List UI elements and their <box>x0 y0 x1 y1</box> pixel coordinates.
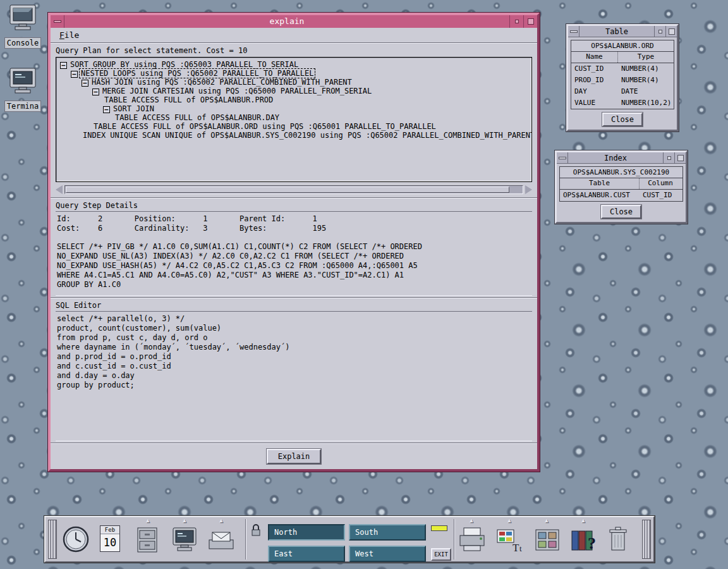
sql-editor-label: SQL Editor <box>56 300 532 311</box>
tree-node[interactable]: −SORT JOIN <box>58 104 530 113</box>
table-row[interactable]: PROD_IDNUMBER(4) <box>571 75 674 86</box>
svg-text:t: t <box>519 544 522 553</box>
svg-text:?: ? <box>588 534 596 553</box>
help-icon[interactable]: ? <box>569 526 598 554</box>
window-menu-button[interactable] <box>51 15 64 28</box>
index-columns-table: TableColumn OPS$ALANBUR.CUSTCUST_ID <box>559 178 683 202</box>
printer-icon[interactable] <box>458 526 487 554</box>
subpanel-arrow-help[interactable]: ▲ <box>578 517 589 524</box>
file-manager-icon[interactable] <box>134 526 161 554</box>
tree-node[interactable]: −MERGE JOIN CARTESIAN using PQS :Q65000 … <box>58 87 530 95</box>
lock-icon[interactable] <box>250 523 262 537</box>
table-cell: OPS$ALANBUR.CUST <box>560 190 640 201</box>
workspace-button-west[interactable]: West <box>349 546 426 562</box>
tree-node-label[interactable]: SORT JOIN <box>112 104 155 113</box>
calendar-icon[interactable]: Feb 10 <box>100 525 120 552</box>
tree-node-label[interactable]: TABLE ACCESS FULL of OPS$ALANBUR.PROD <box>103 95 274 104</box>
minimize-button[interactable] <box>663 152 674 163</box>
window-menu-dash-icon <box>570 30 578 33</box>
terminal-icon[interactable] <box>171 526 198 554</box>
explain-titlebar[interactable]: explain <box>51 15 537 28</box>
calendar-day: 10 <box>104 534 116 551</box>
workspace-button-north[interactable]: North <box>268 524 345 541</box>
maximize-button[interactable] <box>674 152 686 163</box>
tree-node-label[interactable]: TABLE ACCESS FULL of OPS$ALANBUR.ORD usi… <box>92 122 437 131</box>
expand-collapse-icon[interactable]: − <box>92 89 99 95</box>
tree-node-label[interactable]: MERGE JOIN CARTESIAN using PQS :Q65000 P… <box>101 87 373 95</box>
menubar: File <box>51 28 537 43</box>
file-menu[interactable]: File <box>53 29 85 41</box>
window-menu-dash-icon <box>559 157 566 159</box>
clock-icon[interactable] <box>62 525 90 554</box>
desktop-icon-label: Console <box>4 37 42 49</box>
scroll-right-arrow-icon[interactable] <box>525 185 532 194</box>
tree-node[interactable]: INDEX UNIQUE SCAN UNIQUE of OPS$ALANBUR.… <box>58 131 530 140</box>
mail-icon[interactable] <box>207 527 235 553</box>
table-row[interactable]: OPS$ALANBUR.CUSTCUST_ID <box>560 190 682 201</box>
desktop-icon-terminal[interactable]: Termina <box>3 67 43 112</box>
minimize-button[interactable] <box>654 26 665 37</box>
scrollbar-trough[interactable] <box>64 185 523 194</box>
tree-node[interactable]: −SORT GROUP BY using PQS :Q65003 PARALLE… <box>58 60 530 69</box>
tree-node[interactable]: TABLE ACCESS FULL of OPS$ALANBUR.ORD usi… <box>58 122 530 131</box>
front-panel: ▲ ▲ ▲ ▲ ▲ ▲ ▲ Feb 10 <box>44 516 655 563</box>
explain-window: explain File Query Plan for select state… <box>48 13 540 472</box>
expand-collapse-icon[interactable]: − <box>60 62 67 69</box>
tree-horizontal-scrollbar[interactable] <box>56 184 532 195</box>
query-plan-tree[interactable]: −SORT GROUP BY using PQS :Q65003 PARALLE… <box>56 57 532 182</box>
expand-collapse-icon[interactable]: − <box>103 106 110 113</box>
maximize-button[interactable] <box>523 15 537 28</box>
tree-node[interactable]: TABLE ACCESS FULL of OPS$ALANBUR.DAY <box>58 113 530 122</box>
table-close-button[interactable]: Close <box>602 113 643 126</box>
tree-node[interactable]: −HASH JOIN using PQS :Q65002 PARALLEL_CO… <box>58 78 530 87</box>
calendar-month: Feb <box>100 526 119 534</box>
panel-handle-right[interactable] <box>642 520 651 559</box>
expand-collapse-icon[interactable]: − <box>82 80 88 87</box>
subpanel-arrow-apps[interactable]: ▲ <box>541 517 552 524</box>
maximize-button[interactable] <box>665 26 677 37</box>
table-titlebar[interactable]: Table <box>568 26 677 37</box>
table-row[interactable]: CUST_IDNUMBER(4) <box>571 63 674 75</box>
trash-icon[interactable] <box>607 526 629 554</box>
subpanel-arrow-mail[interactable]: ▲ <box>215 517 227 524</box>
separator <box>51 297 537 298</box>
window-menu-button[interactable] <box>557 152 568 163</box>
subpanel-arrow-style[interactable]: ▲ <box>504 517 515 524</box>
query-step-stats-text: Id: 2 Position: 1 Parent Id: 1 Cost: 6 C… <box>57 214 531 233</box>
window-title: Table <box>579 26 654 37</box>
query-step-details-area[interactable]: Id: 2 Position: 1 Parent Id: 1 Cost: 6 C… <box>56 211 532 296</box>
sql-editor-area[interactable]: select /*+ parallel(o, 3) */ product, co… <box>56 311 532 441</box>
tree-node-label[interactable]: HASH JOIN using PQS :Q65002 PARALLEL_COM… <box>90 78 353 87</box>
scrollbar-thumb[interactable] <box>66 187 509 193</box>
style-manager-icon[interactable]: T t <box>495 526 525 554</box>
tree-node[interactable]: −NESTED LOOPS using PQS :Q65002 PARALLEL… <box>58 69 530 78</box>
window-menu-button[interactable] <box>568 26 579 37</box>
panel-handle-left[interactable] <box>48 520 57 559</box>
table-row[interactable]: VALUENUMBER(10,2) <box>571 97 674 109</box>
explain-button[interactable]: Explain <box>267 449 322 464</box>
tree-node-label[interactable]: NESTED LOOPS using PQS :Q65002 PARALLEL_… <box>80 69 315 78</box>
table-rows: CUST_IDNUMBER(4)PROD_IDNUMBER(4)DAYDATEV… <box>571 63 674 109</box>
subpanel-arrow-file-manager[interactable]: ▲ <box>142 517 154 524</box>
workspace-button-south[interactable]: South <box>349 524 426 541</box>
workspace-switcher: NorthSouthEastWest <box>268 524 426 562</box>
tree-node-label[interactable]: TABLE ACCESS FULL of OPS$ALANBUR.DAY <box>114 113 281 122</box>
table-row[interactable]: DAYDATE <box>571 86 674 97</box>
subpanel-arrow-terminal[interactable]: ▲ <box>179 517 190 524</box>
index-titlebar[interactable]: Index <box>557 152 686 164</box>
tree-node-label[interactable]: SORT GROUP BY using PQS :Q65003 PARALLEL… <box>69 60 300 69</box>
tree-node[interactable]: TABLE ACCESS FULL of OPS$ALANBUR.PROD <box>58 95 530 104</box>
desktop-icon-console[interactable]: Console <box>3 4 43 49</box>
expand-collapse-icon[interactable]: − <box>71 71 78 78</box>
desktop-icon-label: Termina <box>4 101 42 112</box>
exit-button[interactable]: EXIT <box>431 548 451 561</box>
minimize-button[interactable] <box>509 15 523 28</box>
index-close-button[interactable]: Close <box>601 205 641 219</box>
query-step-sql-text: SELECT /*+ PIV_GB */ A1.C0 C0,SUM(A1.C1)… <box>57 242 531 290</box>
application-manager-icon[interactable] <box>533 526 561 554</box>
explain-window-body: Query Plan for select statement. Cost = … <box>51 43 537 469</box>
workspace-button-east[interactable]: East <box>268 546 345 562</box>
subpanel-arrow-printer[interactable]: ▲ <box>466 517 477 524</box>
tree-node-label[interactable]: INDEX UNIQUE SCAN UNIQUE of OPS$ALANBUR.… <box>82 131 532 140</box>
scroll-left-arrow-icon[interactable] <box>56 185 63 194</box>
